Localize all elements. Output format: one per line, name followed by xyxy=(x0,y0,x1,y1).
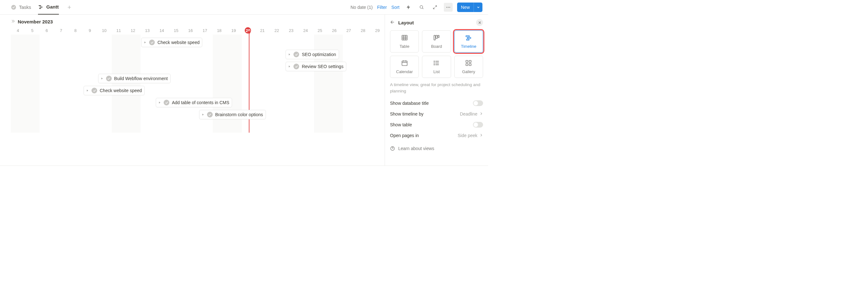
svg-rect-20 xyxy=(469,60,471,62)
disclosure-icon[interactable] xyxy=(100,77,103,80)
layout-tile-label: Timeline xyxy=(461,44,476,49)
timeline-card[interactable]: Review SEO settings xyxy=(285,62,346,71)
toolbar-right: No date (1) Filter Sort New xyxy=(350,3,483,12)
weekend-column xyxy=(11,34,39,133)
search-icon[interactable] xyxy=(417,3,426,12)
card-title: Brainstorm color options xyxy=(215,112,263,117)
check-circle-icon[interactable] xyxy=(149,39,155,45)
setting-open_pages_in[interactable]: Open pages inSide peek xyxy=(390,130,483,141)
setting-label: Show table xyxy=(390,122,412,127)
layout-tile-calendar[interactable]: Calendar xyxy=(390,56,419,78)
card-title: Check website speed xyxy=(100,88,142,93)
weekend-column xyxy=(112,34,141,133)
setting-show_db_title[interactable]: Show database title xyxy=(390,98,483,109)
setting-show_table[interactable]: Show table xyxy=(390,119,483,130)
tabs: Tasks Gantt xyxy=(11,0,73,14)
learn-about-views[interactable]: Learn about views xyxy=(390,146,483,151)
disclosure-icon[interactable] xyxy=(288,65,291,68)
setting-label: Open pages in xyxy=(390,133,419,138)
day-cell: 28 xyxy=(356,28,370,33)
day-cell: 26 xyxy=(327,28,341,33)
setting-label: Show database title xyxy=(390,101,429,106)
view-tabs-bar: Tasks Gantt No date (1) Filter Sort xyxy=(0,0,488,14)
timeline-card[interactable]: Add table of contents in CMS xyxy=(156,98,232,107)
layout-grid: TableBoardTimelineCalendarListGallery xyxy=(390,30,483,78)
timeline-card[interactable]: SEO optimization xyxy=(285,50,339,59)
new-button-chevron[interactable] xyxy=(473,3,483,12)
tab-gantt[interactable]: Gantt xyxy=(38,0,59,14)
disclosure-icon[interactable] xyxy=(201,113,205,116)
day-cell: 7 xyxy=(54,28,68,33)
timeline-card[interactable]: Build Webflow environment xyxy=(98,74,170,83)
tab-tasks[interactable]: Tasks xyxy=(11,0,31,14)
gantt-body[interactable]: New Check website speedSEO optimizationR… xyxy=(11,34,384,133)
layout-tile-timeline[interactable]: Timeline xyxy=(454,30,483,53)
check-circle-icon[interactable] xyxy=(164,100,169,105)
day-cell: 17 xyxy=(197,28,212,33)
svg-rect-21 xyxy=(466,64,468,65)
layout-side-panel: Layout TableBoardTimelineCalendarListGal… xyxy=(385,14,488,166)
svg-point-18 xyxy=(434,65,435,65)
disclosure-icon[interactable] xyxy=(86,89,89,92)
svg-rect-8 xyxy=(402,35,407,40)
check-circle-icon[interactable] xyxy=(293,64,299,69)
svg-point-0 xyxy=(11,5,16,9)
new-button-label: New xyxy=(457,3,473,12)
toggle[interactable] xyxy=(473,122,483,127)
month-header: November 2023 xyxy=(0,14,384,26)
layout-tile-list[interactable]: List xyxy=(422,56,451,78)
timeline-card[interactable]: Check website speed xyxy=(141,38,202,47)
svg-rect-15 xyxy=(402,61,407,66)
day-cell: 12 xyxy=(126,28,140,33)
chevron-double-right-icon[interactable] xyxy=(11,19,15,24)
automation-icon[interactable] xyxy=(404,3,413,12)
check-circle-icon[interactable] xyxy=(207,112,213,117)
no-date-label[interactable]: No date (1) xyxy=(350,5,373,10)
svg-point-16 xyxy=(434,61,435,62)
timeline-pane: November 2023 45678910111213141516171819… xyxy=(0,14,385,166)
check-circle-icon[interactable] xyxy=(293,52,299,57)
sort-button[interactable]: Sort xyxy=(391,5,400,10)
close-icon[interactable] xyxy=(476,19,483,26)
day-cell: 18 xyxy=(212,28,226,33)
layout-tile-label: Table xyxy=(400,44,409,49)
layout-tile-table[interactable]: Table xyxy=(390,30,419,53)
card-title: Check website speed xyxy=(157,40,199,45)
svg-rect-2 xyxy=(40,7,43,7)
learn-label: Learn about views xyxy=(398,146,434,151)
table-icon xyxy=(401,34,408,42)
expand-icon[interactable] xyxy=(431,3,439,12)
filter-button[interactable]: Filter xyxy=(377,5,387,10)
disclosure-icon[interactable] xyxy=(144,41,147,44)
card-title: SEO optimization xyxy=(302,52,336,57)
day-cell: 25 xyxy=(313,28,327,33)
layout-tile-board[interactable]: Board xyxy=(422,30,451,53)
new-button[interactable]: New xyxy=(457,3,483,12)
day-cell: 23 xyxy=(284,28,298,33)
svg-rect-9 xyxy=(434,35,436,40)
disclosure-icon[interactable] xyxy=(288,53,291,56)
check-circle-icon[interactable] xyxy=(92,88,97,93)
back-icon[interactable] xyxy=(390,20,395,26)
svg-rect-14 xyxy=(467,39,469,40)
setting-show_timeline_by[interactable]: Show timeline byDeadline xyxy=(390,109,483,119)
timeline-card[interactable]: Brainstorm color options xyxy=(199,110,266,119)
svg-point-17 xyxy=(434,63,435,63)
layout-tile-label: Calendar xyxy=(396,69,413,74)
weekend-column xyxy=(314,34,343,133)
add-view-button[interactable] xyxy=(66,4,73,11)
toggle[interactable] xyxy=(473,100,483,106)
timeline-card[interactable]: Check website speed xyxy=(84,86,145,95)
more-options-icon[interactable] xyxy=(444,3,453,12)
day-cell: 19 xyxy=(226,28,241,33)
svg-point-7 xyxy=(449,7,450,8)
month-label: November 2023 xyxy=(18,19,53,24)
day-header-row: 4567891011121314151617181920212223242526… xyxy=(0,26,384,34)
layout-tile-gallery[interactable]: Gallery xyxy=(454,56,483,78)
day-cell: 24 xyxy=(298,28,312,33)
chevron-right-icon xyxy=(479,112,483,117)
disclosure-icon[interactable] xyxy=(158,101,161,104)
svg-rect-22 xyxy=(469,64,471,65)
check-circle-icon[interactable] xyxy=(106,76,112,81)
chevron-right-icon xyxy=(479,133,483,138)
